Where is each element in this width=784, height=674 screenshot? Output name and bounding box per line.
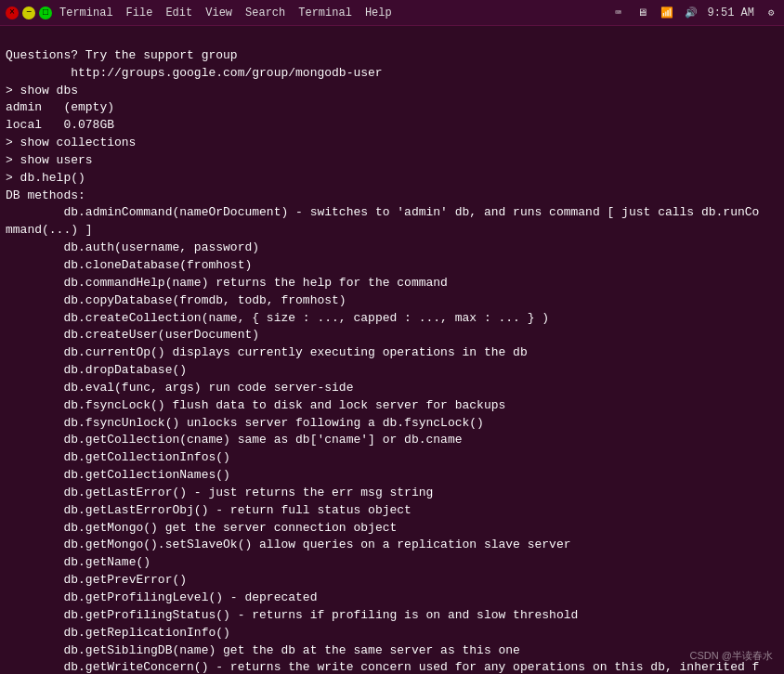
watermark: CSDN @半读春水 [690,649,773,663]
titlebar-right: ⌨ 🖥 📶 🔊 9:51 AM ⚙ [611,6,778,20]
clock: 9:51 AM [708,6,754,19]
terminal-line: > show collections [6,135,778,152]
terminal-line: db.getLastErrorObj() - return full statu… [6,502,778,520]
menu-bar: Terminal File Edit View Search Terminal … [59,6,392,19]
keyboard-icon: ⌨ [611,6,626,20]
terminal-line: db.getProfilingStatus() - returns if pro… [6,607,778,625]
terminal-line: db.getMongo().setSlaveOk() allow queries… [6,537,778,554]
menu-view[interactable]: View [205,6,232,19]
network-icon: 📶 [660,6,674,20]
terminal-line: db.copyDatabase(fromdb, todb, fromhost) [6,292,778,310]
terminal-line: db.getLastError() - just returns the err… [6,485,778,502]
terminal-line: admin (empty) [6,99,778,117]
settings-icon[interactable]: ⚙ [764,6,778,20]
terminal-line: db.getCollectionNames() [6,467,778,485]
menu-edit[interactable]: Edit [165,6,192,19]
terminal-line: db.getSiblingDB(name) get the db at the … [6,642,778,660]
terminal-line: db.getPrevError() [6,572,778,590]
audio-icon: 🔊 [684,6,699,20]
terminal-line: > show dbs [6,83,778,100]
terminal-line: DB methods: [6,188,778,205]
terminal-line: http://groups.google.com/group/mongodb-u… [6,65,778,83]
terminal-line: db.getReplicationInfo() [6,625,778,642]
menu-terminal2[interactable]: Terminal [298,6,352,19]
terminal-line: > show users [6,152,778,170]
terminal-line: db.eval(func, args) run code server-side [6,380,778,397]
terminal-line: db.fsyncUnlock() unlocks server followin… [6,415,778,433]
terminal-line: db.fsyncLock() flush data to disk and lo… [6,397,778,415]
terminal-line: db.adminCommand(nameOrDocument) - switch… [6,204,778,222]
terminal-line: db.createUser(userDocument) [6,327,778,344]
menu-terminal[interactable]: Terminal [59,6,113,19]
menu-help[interactable]: Help [365,6,392,19]
terminal-line: mmand(...) ] [6,222,778,240]
minimize-button[interactable]: − [22,6,35,19]
terminal-content[interactable]: Questions? Try the support group http://… [0,26,784,674]
terminal-line: db.getProfilingLevel() - deprecated [6,590,778,607]
terminal-line: db.getMongo() get the server connection … [6,520,778,538]
maximize-button[interactable]: □ [39,6,52,19]
terminal-line: Questions? Try the support group [6,47,778,65]
menu-file[interactable]: File [126,6,153,19]
terminal-line: db.getCollectionInfos() [6,449,778,467]
terminal-line: db.getWriteConcern() - returns the write… [6,659,778,674]
terminal-line: db.cloneDatabase(fromhost) [6,257,778,275]
menu-search[interactable]: Search [245,6,285,19]
terminal-line: db.dropDatabase() [6,362,778,380]
terminal-line: db.createCollection(name, { size : ..., … [6,310,778,328]
window-controls: × − □ [6,6,52,19]
terminal-line: db.commandHelp(name) returns the help fo… [6,275,778,292]
terminal-line: > db.help() [6,170,778,188]
close-button[interactable]: × [6,6,19,19]
terminal-line: db.getName() [6,554,778,572]
terminal-line: db.auth(username, password) [6,240,778,257]
terminal-line: db.getCollection(cname) same as db['cnam… [6,432,778,449]
terminal-line: db.currentOp() displays currently execut… [6,344,778,362]
terminal-line: local 0.078GB [6,117,778,135]
display-icon: 🖥 [635,6,650,20]
titlebar: × − □ Terminal File Edit View Search Ter… [0,0,784,26]
